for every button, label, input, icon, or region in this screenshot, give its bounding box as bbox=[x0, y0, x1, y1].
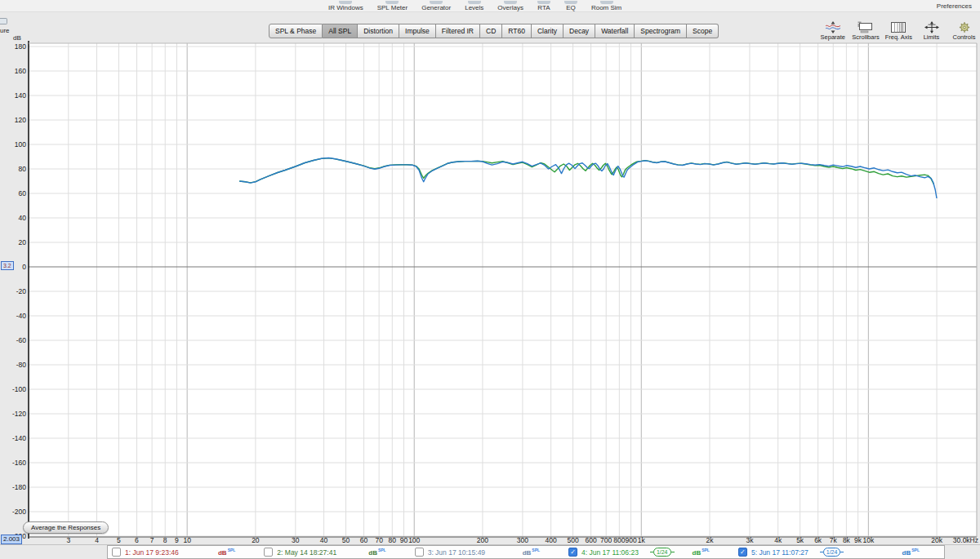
y-axis-tick-label[interactable]: -120 bbox=[12, 410, 26, 418]
measurement-bar: 1: Jun 17 9:23:46dBSPL2: May 14 18:27:41… bbox=[107, 545, 945, 559]
x-axis-tick-label[interactable]: 30.0kHz bbox=[953, 536, 978, 544]
x-axis-tick-label[interactable]: 5k bbox=[796, 536, 804, 544]
x-axis-tick-label[interactable]: 50 bbox=[342, 536, 350, 544]
unit-qualifier: SPL bbox=[532, 548, 540, 552]
x-axis-tick-label[interactable]: 100 bbox=[408, 536, 420, 544]
measurement-checkbox[interactable] bbox=[112, 548, 121, 557]
x-axis-tick-label[interactable]: 200 bbox=[477, 536, 488, 544]
measurement-item: 1: Jun 17 9:23:46dBSPL bbox=[108, 546, 260, 558]
x-axis-tick-label[interactable]: 8 bbox=[163, 536, 167, 544]
y-axis-tick-label[interactable]: -200 bbox=[12, 508, 26, 516]
unit-qualifier: SPL bbox=[702, 548, 710, 552]
x-axis-tick-label[interactable]: 600 bbox=[586, 536, 597, 544]
y-axis-tick-label[interactable]: 100 bbox=[15, 140, 26, 149]
y-axis-tick-label[interactable]: 0 bbox=[22, 263, 26, 271]
x-axis-tick-label[interactable]: 3k bbox=[746, 536, 754, 544]
y-axis-edit-field[interactable]: 3.2 bbox=[1, 261, 14, 270]
x-axis-tick-label[interactable]: 30 bbox=[292, 536, 300, 544]
x-axis-tick-label[interactable]: 500 bbox=[567, 536, 578, 544]
x-axis-tick-label[interactable]: 4 bbox=[95, 536, 99, 544]
measurement-item: ✓5: Jun 17 11:07:271/24dBSPL bbox=[734, 546, 944, 558]
measurement-name[interactable]: 1: Jun 17 9:23:46 bbox=[125, 548, 179, 557]
smoothing-indicator[interactable]: 1/24 bbox=[820, 548, 844, 557]
spl-frequency-chart[interactable]: -220-200-180-160-140-120-100-80-60-40-20… bbox=[0, 0, 980, 559]
y-axis-tick-label[interactable]: -40 bbox=[16, 312, 27, 320]
y-axis-tick-label[interactable]: -140 bbox=[12, 434, 26, 442]
x-axis-tick-label[interactable]: 8k bbox=[843, 536, 851, 544]
unit-qualifier: SPL bbox=[378, 548, 386, 552]
smoothing-indicator[interactable]: 1/24 bbox=[650, 548, 675, 557]
measurement-item: 2: May 14 18:27:41dBSPL bbox=[260, 546, 410, 558]
measurement-name[interactable]: 3: Jun 17 10:15:49 bbox=[428, 548, 485, 557]
x-axis-tick-label[interactable]: 4k bbox=[774, 536, 782, 544]
y-axis-tick-label[interactable]: -60 bbox=[16, 336, 27, 344]
measurement-checkbox[interactable]: ✓ bbox=[738, 548, 747, 557]
measurement-unit: dBSPL bbox=[523, 548, 540, 557]
measurement-unit: dBSPL bbox=[693, 548, 710, 557]
measurement-unit: dBSPL bbox=[218, 548, 235, 557]
x-axis-tick-label[interactable]: 80 bbox=[389, 536, 397, 544]
y-axis-tick-label[interactable]: 140 bbox=[15, 91, 26, 100]
x-axis-tick-label[interactable]: 2k bbox=[706, 536, 714, 544]
measurement-checkbox[interactable] bbox=[264, 548, 273, 557]
x-axis-tick-label[interactable]: 10k bbox=[862, 536, 874, 544]
measurement-unit: dBSPL bbox=[902, 548, 920, 557]
unit-qualifier: SPL bbox=[911, 548, 920, 552]
x-axis-tick-label[interactable]: 900 bbox=[625, 536, 636, 544]
y-axis-tick-label[interactable]: 120 bbox=[15, 116, 26, 124]
x-axis-tick-label[interactable]: 1k bbox=[638, 536, 646, 544]
x-axis-tick-label[interactable]: 400 bbox=[546, 536, 557, 544]
y-axis-tick-label[interactable]: -180 bbox=[12, 483, 26, 491]
x-axis-tick-label[interactable]: 9 bbox=[175, 536, 179, 544]
x-axis-tick-label[interactable]: 6k bbox=[814, 536, 822, 544]
x-axis-tick-label[interactable]: 10 bbox=[183, 536, 191, 544]
measurement-unit: dBSPL bbox=[368, 548, 385, 557]
measurement-name[interactable]: 2: May 14 18:27:41 bbox=[277, 548, 336, 557]
measurement-checkbox[interactable]: ✓ bbox=[568, 548, 577, 557]
x-axis-tick-label[interactable]: 40 bbox=[320, 536, 328, 544]
y-axis-tick-label[interactable]: 60 bbox=[19, 189, 27, 197]
y-axis-tick-label[interactable]: 20 bbox=[19, 238, 27, 246]
measurement-checkbox[interactable] bbox=[415, 548, 424, 557]
x-axis-tick-label[interactable]: 700 bbox=[600, 536, 612, 544]
x-axis-tick-label[interactable]: 90 bbox=[400, 536, 408, 544]
x-axis-tick-label[interactable]: 7 bbox=[150, 536, 154, 544]
y-axis-tick-label[interactable]: -20 bbox=[16, 287, 27, 295]
x-axis-tick-label[interactable]: 20 bbox=[252, 536, 260, 544]
y-axis-tick-label[interactable]: -80 bbox=[16, 361, 27, 369]
x-axis-tick-label[interactable]: 20k bbox=[931, 536, 942, 544]
x-axis-tick-label[interactable]: 6 bbox=[135, 536, 139, 544]
y-axis-tick-label[interactable]: 80 bbox=[19, 165, 27, 173]
measurement-name[interactable]: 4: Jun 17 11:06:23 bbox=[581, 548, 639, 557]
x-axis-tick-label[interactable]: 3 bbox=[66, 536, 70, 544]
y-axis-tick-label[interactable]: -100 bbox=[12, 385, 26, 393]
y-axis-tick-label[interactable]: 180 bbox=[15, 42, 26, 51]
unit-qualifier: SPL bbox=[228, 548, 236, 552]
x-axis-min-edit-field[interactable]: 2.003 bbox=[1, 535, 22, 544]
x-axis-tick-label[interactable]: 9k bbox=[854, 536, 862, 544]
x-axis-tick-label[interactable]: 7k bbox=[830, 536, 838, 544]
y-axis-tick-label[interactable]: 40 bbox=[19, 214, 27, 222]
x-axis-tick-label[interactable]: 300 bbox=[517, 536, 528, 544]
y-axis-tick-label[interactable]: 160 bbox=[15, 67, 26, 75]
average-responses-button[interactable]: Average the Responses bbox=[23, 521, 109, 534]
smoothing-value: 1/24 bbox=[823, 548, 841, 557]
x-axis-tick-label[interactable]: 60 bbox=[360, 536, 368, 544]
smoothing-value: 1/24 bbox=[653, 548, 671, 557]
y-axis-tick-label[interactable]: -160 bbox=[12, 459, 26, 467]
measurement-item: ✓4: Jun 17 11:06:231/24dBSPL bbox=[564, 546, 734, 558]
measurement-name[interactable]: 5: Jun 17 11:07:27 bbox=[751, 548, 808, 557]
x-axis-tick-label[interactable]: 5 bbox=[117, 536, 121, 544]
x-axis-tick-label[interactable]: 800 bbox=[613, 536, 625, 544]
x-axis-tick-label[interactable]: 70 bbox=[375, 536, 383, 544]
measurement-item: 3: Jun 17 10:15:49dBSPL bbox=[411, 546, 564, 558]
